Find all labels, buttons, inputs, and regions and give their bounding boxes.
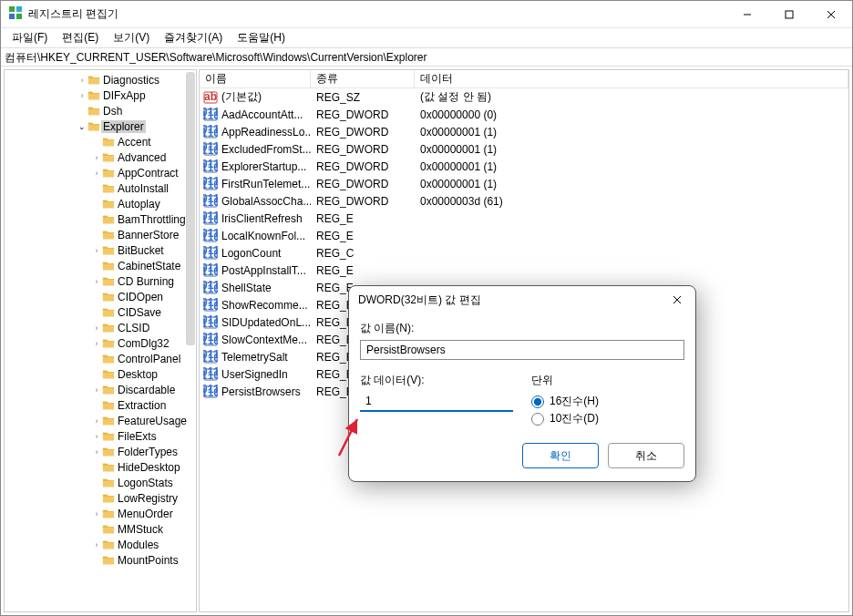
tree-pane[interactable]: ›Diagnostics›DIFxAppDsh⌄ExplorerAccent›A… <box>4 69 197 612</box>
folder-icon <box>101 305 116 319</box>
tree-scrollbar[interactable] <box>186 72 195 345</box>
tree-chevron-icon[interactable]: ⌄ <box>77 122 87 131</box>
list-item[interactable]: (기본값)REG_SZ(값 설정 안 됨) <box>200 88 848 106</box>
tree-item[interactable]: ›Diagnostics <box>5 72 196 87</box>
tree-chevron-icon[interactable]: › <box>92 246 101 255</box>
tree-item[interactable]: BannerStore <box>5 227 196 242</box>
tree-chevron-icon[interactable]: › <box>92 447 101 457</box>
tree-item[interactable]: CIDOpen <box>5 289 196 304</box>
list-item[interactable]: LogonCountREG_C <box>200 244 848 262</box>
tree-item[interactable]: ›AppContract <box>5 165 196 180</box>
address-bar[interactable]: 컴퓨터\HKEY_CURRENT_USER\Software\Microsoft… <box>1 48 852 67</box>
tree-chevron-icon[interactable]: › <box>92 153 101 162</box>
tree-item[interactable]: LogonStats <box>5 475 196 490</box>
list-item[interactable]: AppReadinessLo...REG_DWORD0x00000001 (1) <box>200 123 848 140</box>
tree-chevron-icon[interactable]: › <box>77 91 87 100</box>
tree-chevron-icon[interactable]: › <box>92 277 101 286</box>
tree-item[interactable]: ›ComDlg32 <box>5 335 196 351</box>
tree-chevron-icon[interactable]: › <box>92 339 101 348</box>
menu-view[interactable]: 보기(V) <box>108 28 155 47</box>
tree-label: CabinetState <box>116 260 182 272</box>
tree-item[interactable]: Accent <box>5 134 196 149</box>
list-item[interactable]: FirstRunTelemet...REG_DWORD0x00000001 (1… <box>200 175 848 192</box>
tree-item[interactable]: ControlPanel <box>5 351 196 366</box>
list-item[interactable]: IrisClientRefreshREG_E <box>200 210 848 227</box>
menu-help[interactable]: 도움말(H) <box>231 28 291 47</box>
list-item[interactable]: LocalKnownFol...REG_E <box>200 227 848 244</box>
tree-chevron-icon[interactable]: › <box>92 169 101 178</box>
col-type[interactable]: 종류 <box>311 70 415 87</box>
dword-edit-dialog: DWORD(32비트) 값 편집 값 이름(N): 값 데이터(V): 단위 1… <box>348 285 696 482</box>
tree-item[interactable]: ›BitBucket <box>5 242 196 258</box>
value-type: REG_E <box>311 264 415 277</box>
tree-item[interactable]: CIDSave <box>5 304 196 320</box>
tree-item[interactable]: MountPoints <box>5 552 196 568</box>
tree-item[interactable]: ›FeatureUsage <box>5 413 196 428</box>
value-data-input[interactable] <box>360 392 513 412</box>
ok-button[interactable]: 확인 <box>522 443 599 468</box>
tree-chevron-icon[interactable]: › <box>92 416 101 426</box>
tree-item[interactable]: BamThrottling <box>5 211 196 227</box>
dialog-close-button[interactable] <box>659 286 695 313</box>
menu-file[interactable]: 파일(F) <box>6 28 53 47</box>
col-name[interactable]: 이름 <box>200 70 311 87</box>
list-item[interactable]: AadAccountAtt...REG_DWORD0x00000000 (0) <box>200 106 848 123</box>
list-item[interactable]: ExplorerStartup...REG_DWORD0x00000001 (1… <box>200 158 848 175</box>
tree-item[interactable]: ›MenuOrder <box>5 506 196 521</box>
cancel-button[interactable]: 취소 <box>608 443 684 468</box>
radio-hex-input[interactable] <box>531 395 544 408</box>
tree-item[interactable]: HideDesktop <box>5 459 196 475</box>
tree-item[interactable]: MMStuck <box>5 521 196 537</box>
tree-chevron-icon[interactable]: › <box>92 509 101 518</box>
tree-item[interactable]: ⌄Explorer <box>5 118 196 134</box>
tree-item[interactable]: Dsh <box>5 103 196 118</box>
app-window: 레지스트리 편집기 파일(F) 편집(E) 보기(V) 즐겨찾기(A) 도움말(… <box>0 0 853 616</box>
folder-icon <box>101 197 116 210</box>
tree-item[interactable]: ›Advanced <box>5 149 196 165</box>
value-name: TelemetrySalt <box>221 351 288 364</box>
reg-binary-icon <box>203 263 218 278</box>
value-name: PersistBrowsers <box>221 385 301 398</box>
radio-dec-input[interactable] <box>531 413 544 426</box>
radio-hex[interactable]: 16진수(H) <box>531 394 599 409</box>
tree-item[interactable]: ›DIFxApp <box>5 87 196 103</box>
tree-item[interactable]: ›CLSID <box>5 320 196 335</box>
tree-chevron-icon[interactable]: › <box>92 385 101 395</box>
col-data[interactable]: 데이터 <box>415 70 848 87</box>
tree-item[interactable]: AutoInstall <box>5 180 196 196</box>
tree-chevron-icon[interactable]: › <box>92 323 101 333</box>
tree-item[interactable]: ›FolderTypes <box>5 444 196 459</box>
tree-item[interactable]: ›Modules <box>5 537 196 552</box>
titlebar: 레지스트리 편집기 <box>1 1 852 28</box>
tree-item[interactable]: ›FileExts <box>5 428 196 444</box>
tree-item[interactable]: Autoplay <box>5 196 196 211</box>
tree-item[interactable]: ›Discardable <box>5 382 196 397</box>
tree-label: Modules <box>116 539 160 551</box>
tree-item[interactable]: Desktop <box>5 366 196 382</box>
tree-item[interactable]: Extraction <box>5 397 196 413</box>
value-name-label: 값 이름(N): <box>360 321 684 336</box>
menu-edit[interactable]: 편집(E) <box>57 28 104 47</box>
radio-dec[interactable]: 10진수(D) <box>531 411 599 426</box>
reg-binary-icon <box>203 385 218 399</box>
close-button[interactable] <box>810 1 852 28</box>
tree-item[interactable]: CabinetState <box>5 258 196 273</box>
minimize-button[interactable] <box>726 1 768 28</box>
tree-item[interactable]: LowRegistry <box>5 490 196 506</box>
list-item[interactable]: PostAppInstallT...REG_E <box>200 262 848 279</box>
tree-item[interactable]: ›CD Burning <box>5 273 196 289</box>
maximize-button[interactable] <box>768 1 810 28</box>
value-name-input[interactable] <box>360 340 684 360</box>
dialog-titlebar: DWORD(32비트) 값 편집 <box>349 286 695 313</box>
tree-label: Discardable <box>116 384 177 396</box>
value-name: ExplorerStartup... <box>221 160 306 173</box>
tree-chevron-icon[interactable]: › <box>92 540 101 549</box>
list-item[interactable]: GlobalAssocCha...REG_DWORD0x0000003d (61… <box>200 192 848 210</box>
folder-icon <box>101 507 116 520</box>
tree-chevron-icon[interactable]: › <box>92 432 101 441</box>
tree-label: Dsh <box>101 105 124 118</box>
list-item[interactable]: ExcludedFromSt...REG_DWORD0x00000001 (1) <box>200 140 848 158</box>
menu-favorites[interactable]: 즐겨찾기(A) <box>159 28 228 47</box>
folder-icon <box>87 88 101 102</box>
tree-chevron-icon[interactable]: › <box>77 76 87 85</box>
